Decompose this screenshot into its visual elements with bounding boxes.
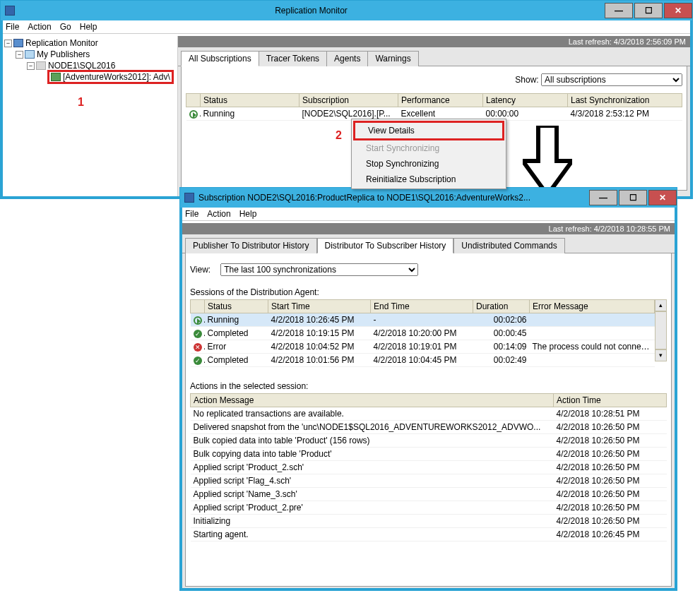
ctx-stop-sync[interactable]: Stop Synchronizing (353, 156, 504, 172)
tree-publication-label: [AdventureWorks2012]: Adv\ (63, 72, 170, 82)
table-row[interactable]: Running4/2/2018 10:26:45 PM-00:02:06 (191, 313, 655, 327)
close-button[interactable]: ✕ (664, 3, 692, 18)
tab-all-subscriptions[interactable]: All Subscriptions (181, 51, 259, 66)
right-pane: Last refresh: 4/3/2018 2:56:09 PM All Su… (178, 36, 690, 196)
monitor-icon (13, 39, 23, 47)
ctx-view-details[interactable]: View Details (353, 121, 504, 140)
replication-monitor-window: Replication Monitor — ☐ ✕ File Action Go… (0, 0, 693, 199)
table-row[interactable]: Error4/2/2018 10:04:52 PM4/2/2018 10:19:… (191, 340, 655, 354)
window-title: Subscription NODE2\SQL2016:ProductReplic… (198, 193, 588, 203)
col-duration[interactable]: Duration (473, 300, 530, 313)
maximize-button[interactable]: ☐ (619, 190, 647, 205)
table-row[interactable]: Applied script 'Product_2.sch'4/2/2018 1… (191, 461, 667, 474)
completed-icon (194, 330, 202, 338)
tree-server-label: NODE1\SQL2016 (48, 61, 115, 71)
window-title: Replication Monitor (19, 6, 603, 16)
ctx-start-sync: Start Synchronizing (353, 140, 504, 156)
col-status[interactable]: Status (205, 300, 268, 313)
table-row[interactable]: Initializing4/2/2018 10:26:50 PM (191, 515, 667, 528)
menu-file[interactable]: File (185, 209, 198, 219)
table-row[interactable]: No replicated transactions are available… (191, 407, 667, 421)
tab-undistributed[interactable]: Undistributed Commands (453, 238, 564, 253)
tree-root-label: Replication Monitor (25, 38, 98, 48)
col-start[interactable]: Start Time (268, 300, 371, 313)
sessions-label: Sessions of the Distribution Agent: (190, 283, 667, 299)
table-row[interactable]: Applied script 'Flag_4.sch'4/2/2018 10:2… (191, 474, 667, 488)
table-row[interactable]: Completed4/2/2018 10:01:56 PM4/2/2018 10… (191, 354, 655, 367)
titlebar[interactable]: Subscription NODE2\SQL2016:ProductReplic… (180, 188, 677, 208)
menubar: File Action Go Help (3, 20, 690, 34)
close-button[interactable]: ✕ (648, 190, 677, 205)
table-row[interactable]: Delivered snapshot from the 'unc\NODE1$S… (191, 421, 667, 434)
tab-pub-to-dist[interactable]: Publisher To Distributor History (185, 238, 317, 253)
view-label: View: (190, 265, 210, 275)
tab-dist-to-sub[interactable]: Distributor To Subscriber History (317, 238, 454, 253)
menubar: File Action Help (182, 208, 675, 221)
tab-strip: Publisher To Distributor History Distrib… (182, 234, 675, 253)
error-icon (194, 343, 202, 352)
show-dropdown[interactable]: All subscriptions (541, 73, 682, 86)
menu-go[interactable]: Go (60, 22, 71, 32)
minimize-button[interactable]: — (589, 190, 617, 205)
tab-strip: All Subscriptions Tracer Tokens Agents W… (178, 47, 690, 66)
col-action-message[interactable]: Action Message (191, 394, 554, 407)
subscription-details-window: Subscription NODE2\SQL2016:ProductReplic… (179, 187, 677, 591)
running-icon (194, 316, 202, 325)
table-row[interactable]: Bulk copied data into table 'Product' (1… (191, 434, 667, 448)
titlebar[interactable]: Replication Monitor — ☐ ✕ (1, 1, 692, 20)
col-icon[interactable] (186, 94, 201, 107)
annotation-box-1: [AdventureWorks2012]: Adv\ (47, 70, 174, 84)
tree-node-publication[interactable]: [AdventureWorks2012]: Adv\ (4, 71, 177, 83)
arrow-down-icon (523, 126, 572, 196)
table-row[interactable]: Starting agent.4/2/2018 10:26:45 PM (191, 528, 667, 541)
publishers-icon (25, 50, 35, 59)
menu-help[interactable]: Help (80, 22, 97, 32)
col-action-time[interactable]: Action Time (554, 394, 667, 407)
col-last-sync[interactable]: Last Synchronization (568, 94, 682, 107)
scrollbar-track[interactable] (655, 311, 667, 349)
col-error[interactable]: Error Message (530, 300, 655, 313)
minimize-button[interactable]: — (605, 3, 633, 18)
context-menu: View Details Start Synchronizing Stop Sy… (351, 119, 506, 189)
expand-icon[interactable]: − (27, 62, 35, 70)
scroll-down-button[interactable]: ▾ (655, 349, 667, 361)
table-row[interactable]: Applied script 'Product_2.pre'4/2/2018 1… (191, 501, 667, 515)
ctx-reinit[interactable]: Reinitialize Subscription (353, 172, 504, 187)
subscriptions-grid: Status Subscription Performance Latency … (186, 93, 682, 121)
completed-icon (194, 357, 202, 365)
menu-action[interactable]: Action (207, 209, 230, 219)
running-icon (189, 110, 198, 119)
expand-icon[interactable]: − (4, 40, 12, 47)
actions-label: Actions in the selected session: (190, 377, 667, 393)
server-icon (36, 61, 46, 70)
tab-tracer-tokens[interactable]: Tracer Tokens (259, 51, 327, 66)
actions-grid: Action Message Action Time No replicated… (190, 393, 667, 541)
annotation-number-2: 2 (336, 129, 342, 142)
table-row[interactable]: Applied script 'Name_3.sch'4/2/2018 10:2… (191, 488, 667, 501)
col-latency[interactable]: Latency (483, 94, 568, 107)
col-status[interactable]: Status (201, 94, 299, 107)
menu-file[interactable]: File (6, 22, 19, 32)
tree-publishers[interactable]: − My Publishers (4, 49, 177, 60)
col-end[interactable]: End Time (371, 300, 473, 313)
menu-help[interactable]: Help (239, 209, 257, 219)
col-performance[interactable]: Performance (398, 94, 483, 107)
menu-action[interactable]: Action (28, 22, 51, 32)
show-label: Show: (515, 75, 538, 85)
maximize-button[interactable]: ☐ (634, 3, 663, 18)
table-row[interactable]: Bulk copying data into table 'Product'4/… (191, 448, 667, 461)
col-icon[interactable] (191, 300, 205, 313)
scroll-up-button[interactable]: ▴ (655, 299, 667, 311)
publication-icon (51, 73, 61, 81)
expand-icon[interactable]: − (16, 51, 23, 59)
refresh-bar: Last refresh: 4/3/2018 2:56:09 PM (178, 36, 690, 47)
tab-warnings[interactable]: Warnings (368, 51, 418, 66)
view-dropdown[interactable]: The last 100 synchronizations (220, 263, 418, 276)
tree-root[interactable]: − Replication Monitor (4, 37, 177, 49)
table-row[interactable]: Completed4/2/2018 10:19:15 PM4/2/2018 10… (191, 327, 655, 340)
tab-agents[interactable]: Agents (327, 51, 368, 66)
col-subscription[interactable]: Subscription (299, 94, 398, 107)
tree-pane: − Replication Monitor − My Publishers − … (3, 36, 178, 196)
app-icon (5, 6, 15, 16)
refresh-bar: Last refresh: 4/2/2018 10:28:55 PM (182, 223, 675, 234)
